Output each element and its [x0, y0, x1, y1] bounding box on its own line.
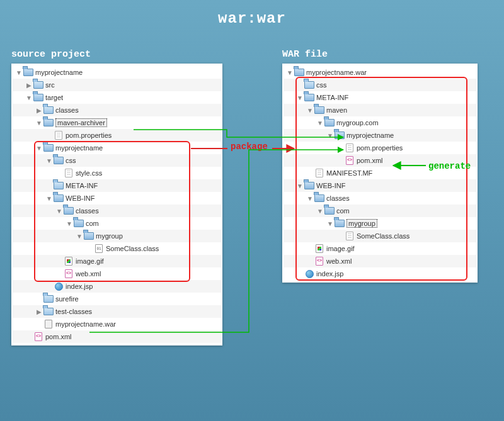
file-web-icon	[304, 269, 315, 279]
tree-row[interactable]: ▼SomeClass.class	[13, 242, 221, 255]
tree-item-label: META-INF	[316, 94, 348, 101]
file-war-icon	[43, 319, 54, 329]
expand-right-icon[interactable]: ▶	[35, 308, 43, 315]
tree-item-label: classes	[76, 207, 99, 215]
tree-row[interactable]: ▼css	[284, 79, 476, 91]
tree-row[interactable]: ▼web.xml	[13, 267, 221, 280]
tree-item-label: classes	[55, 106, 79, 114]
tree-row[interactable]: ▼WEB-INF	[13, 192, 221, 205]
tree-item-label: mygroup	[346, 219, 377, 228]
expand-down-icon[interactable]: ▼	[35, 120, 43, 126]
tree-row[interactable]: ▼index.jsp	[284, 267, 476, 280]
tree-row[interactable]: ▼maven	[284, 104, 476, 116]
package-annotation: package	[231, 142, 268, 152]
expand-down-icon[interactable]: ▼	[45, 195, 53, 202]
tree-item-label: SomeClass.class	[106, 245, 159, 252]
file-xml-icon	[63, 269, 74, 279]
tree-row[interactable]: ▼myprojectname.war	[284, 66, 476, 79]
source-project-panel: source project ▼myprojectname▶src▼target…	[11, 49, 222, 345]
tree-item-label: myprojectname	[35, 69, 83, 76]
tree-row[interactable]: ▼target	[13, 91, 221, 104]
expand-down-icon[interactable]: ▼	[25, 94, 33, 101]
file-xml-icon	[33, 332, 44, 342]
expand-down-icon[interactable]: ▼	[15, 69, 23, 76]
tree-row[interactable]: ▼SomeClass.class	[284, 230, 476, 242]
expand-down-icon[interactable]: ▼	[286, 69, 294, 76]
folder-open-icon	[63, 206, 74, 216]
tree-row[interactable]: ▼mygroup	[284, 217, 476, 230]
expand-down-icon[interactable]: ▼	[296, 94, 304, 101]
file-icon	[63, 168, 74, 178]
tree-item-label: WEB-INF	[316, 182, 345, 189]
tree-item-label: pom.xml	[45, 333, 72, 340]
tree-row[interactable]: ▼css	[13, 154, 221, 167]
tree-row[interactable]: ▼WEB-INF	[284, 179, 476, 192]
file-icon	[314, 168, 325, 178]
tree-item-label: index.jsp	[66, 283, 93, 290]
tree-item-label: css	[316, 81, 327, 89]
folder-open-icon	[83, 231, 94, 241]
tree-item-label: classes	[326, 194, 350, 202]
tree-item-label: mygroup	[96, 232, 123, 240]
tree-row[interactable]: ▼classes	[13, 205, 221, 217]
tree-row[interactable]: ▼com	[13, 217, 221, 230]
tree-row[interactable]: ▶classes	[13, 104, 221, 116]
tree-item-label: pom.xml	[357, 157, 383, 164]
source-tree: ▼myprojectname▶src▼target▶classes▼maven-…	[13, 66, 221, 343]
page-title: war:war	[0, 0, 504, 33]
tree-item-label: surefire	[55, 295, 79, 303]
folder-closed-icon	[43, 105, 54, 115]
tree-item-label: maven	[326, 106, 347, 114]
tree-row[interactable]: ▶src	[13, 79, 221, 91]
tree-item-label: com	[86, 220, 99, 227]
tree-item-label: style.css	[76, 169, 102, 177]
tree-row[interactable]: ▼index.jsp	[13, 280, 221, 293]
folder-open-icon	[304, 181, 315, 191]
tree-row[interactable]: ▼pom.xml	[13, 330, 221, 343]
tree-row[interactable]: ▼META-INF	[13, 179, 221, 192]
tree-row[interactable]: ▶test-classes	[13, 305, 221, 318]
expand-down-icon[interactable]: ▼	[55, 208, 63, 215]
expand-down-icon[interactable]: ▼	[66, 220, 73, 227]
tree-row[interactable]: ▼myprojectname	[13, 66, 221, 79]
expand-down-icon[interactable]: ▼	[326, 132, 334, 139]
tree-row[interactable]: ▼classes	[284, 192, 476, 205]
tree-row[interactable]: ▼pom.properties	[284, 142, 476, 154]
folder-open-icon	[314, 105, 325, 115]
file-icon	[344, 143, 355, 153]
tree-row[interactable]: ▼myprojectname	[284, 129, 476, 142]
expand-down-icon[interactable]: ▼	[35, 145, 43, 152]
expand-down-icon[interactable]: ▼	[316, 120, 324, 126]
expand-down-icon[interactable]: ▼	[76, 233, 83, 240]
tree-item-label: SomeClass.class	[357, 232, 410, 240]
expand-down-icon[interactable]: ▼	[296, 182, 304, 189]
expand-right-icon[interactable]: ▶	[35, 107, 43, 114]
tree-row[interactable]: ▼mygroup.com	[284, 116, 476, 129]
expand-down-icon[interactable]: ▼	[316, 208, 324, 215]
tree-row[interactable]: ▼mygroup	[13, 230, 221, 242]
expand-down-icon[interactable]: ▼	[306, 107, 314, 114]
war-tree: ▼myprojectname.war▼css▼META-INF▼maven▼my…	[284, 66, 476, 280]
folder-closed-icon	[43, 306, 54, 317]
tree-row[interactable]: ▼META-INF	[284, 91, 476, 104]
folder-open-icon	[43, 143, 54, 153]
expand-down-icon[interactable]: ▼	[306, 195, 314, 202]
folder-closed-icon	[53, 181, 64, 191]
expand-down-icon[interactable]: ▼	[326, 220, 334, 227]
tree-row[interactable]: ▼surefire	[13, 293, 221, 305]
tree-item-label: web.xml	[326, 257, 352, 265]
tree-row[interactable]: ▼style.css	[13, 167, 221, 179]
tree-row[interactable]: ▼com	[284, 205, 476, 217]
tree-item-label: css	[66, 157, 76, 164]
tree-row[interactable]: ▼myprojectname.war	[13, 318, 221, 330]
tree-row[interactable]: ▼myprojectname	[13, 142, 221, 154]
tree-row[interactable]: ▼image.gif	[13, 255, 221, 267]
tree-row[interactable]: ▼image.gif	[284, 242, 476, 255]
expand-right-icon[interactable]: ▶	[25, 82, 33, 89]
tree-item-label: pom.properties	[66, 132, 112, 139]
folder-open-icon	[324, 206, 335, 216]
expand-down-icon[interactable]: ▼	[45, 157, 53, 164]
tree-row[interactable]: ▼web.xml	[284, 255, 476, 267]
tree-row[interactable]: ▼maven-archiver	[13, 116, 221, 129]
tree-row[interactable]: ▼pom.properties	[13, 129, 221, 142]
